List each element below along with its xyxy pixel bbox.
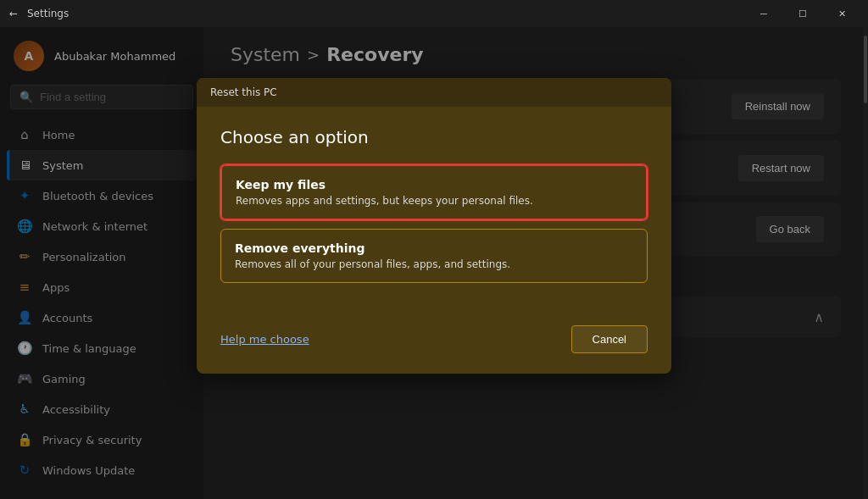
reset-pc-modal: Reset this PC Choose an option Keep my f…: [197, 78, 671, 374]
remove-everything-option[interactable]: Remove everything Removes all of your pe…: [220, 229, 648, 283]
title-bar: ← Settings ─ ☐ ✕: [0, 0, 868, 27]
modal-title: Choose an option: [220, 127, 648, 147]
help-me-choose-link[interactable]: Help me choose: [220, 333, 309, 346]
app-title: Settings: [27, 8, 69, 19]
modal-body: Choose an option Keep my files Removes a…: [197, 107, 671, 312]
keep-files-desc: Removes apps and settings, but keeps you…: [236, 195, 632, 207]
back-icon[interactable]: ←: [7, 7, 20, 20]
keep-files-option[interactable]: Keep my files Removes apps and settings,…: [220, 164, 648, 220]
remove-everything-title: Remove everything: [235, 241, 633, 255]
window-controls: ─ ☐ ✕: [744, 0, 861, 27]
cancel-button[interactable]: Cancel: [571, 325, 648, 353]
remove-everything-desc: Removes all of your personal files, apps…: [235, 258, 633, 270]
modal-header: Reset this PC: [197, 78, 671, 107]
modal-footer: Help me choose Cancel: [197, 312, 671, 374]
close-button[interactable]: ✕: [822, 0, 861, 27]
modal-overlay: Reset this PC Choose an option Keep my f…: [0, 27, 868, 499]
keep-files-title: Keep my files: [236, 178, 632, 191]
minimize-button[interactable]: ─: [744, 0, 783, 27]
maximize-button[interactable]: ☐: [783, 0, 822, 27]
